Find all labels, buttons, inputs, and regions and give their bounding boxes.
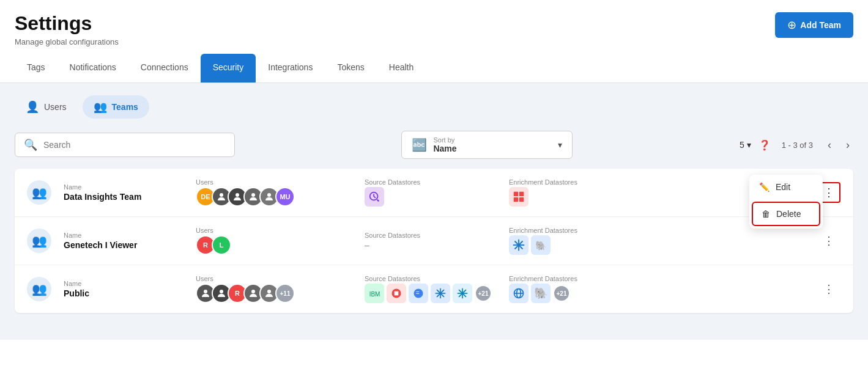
tab-health[interactable]: Health xyxy=(377,54,426,82)
svg-text:IBM: IBM xyxy=(369,291,380,298)
source-ds-stop xyxy=(387,284,406,303)
svg-point-2 xyxy=(251,193,255,197)
users-col: Users R L xyxy=(196,227,355,255)
enrich-ds-overflow: +21 xyxy=(553,285,570,302)
enrich-ds-col: Enrichment Datastores 🐘 +21 xyxy=(509,275,807,303)
action-col: ⋮ xyxy=(817,232,841,250)
source-ds-label: Source Datastores xyxy=(365,232,499,239)
source-ds-ibm: IBM xyxy=(365,284,384,303)
search-box[interactable]: 🔍 xyxy=(15,133,235,157)
enrich-ds-col: Enrichment Datastores 🐘 xyxy=(509,227,807,255)
source-ds-equal: = xyxy=(409,284,428,303)
source-ds-label: Source Datastores xyxy=(365,178,499,186)
svg-rect-5 xyxy=(514,192,518,196)
prev-page-button[interactable]: ‹ xyxy=(824,138,835,153)
sort-dropdown[interactable]: 🔤 Sort by Name ▾ xyxy=(401,131,573,159)
team-name: Public xyxy=(64,288,186,298)
sort-chevron-icon: ▾ xyxy=(558,140,562,150)
svg-point-1 xyxy=(236,193,239,197)
avatar: L xyxy=(212,235,231,255)
name-label: Name xyxy=(64,183,186,191)
tab-integrations[interactable]: Integrations xyxy=(256,54,325,82)
sort-az-icon: 🔤 xyxy=(412,138,427,152)
tab-connections[interactable]: Connections xyxy=(128,54,201,82)
page-title: Settings xyxy=(15,12,119,35)
svg-rect-7 xyxy=(514,197,518,202)
source-ds-col: Source Datastores – xyxy=(365,232,499,250)
enrich-ds-icon xyxy=(509,187,529,207)
page-subtitle: Manage global configurations xyxy=(15,37,119,46)
sort-by-label: Sort by xyxy=(433,136,456,144)
table-row: 👥 Name Public Users R xyxy=(15,265,853,313)
svg-point-15 xyxy=(220,290,223,293)
plus-icon: ⊕ xyxy=(787,18,796,32)
sort-value: Name xyxy=(433,144,456,153)
users-toggle-button[interactable]: 👤 Users xyxy=(15,95,78,119)
svg-rect-8 xyxy=(519,197,524,202)
enrich-ds-elephant: 🐘 xyxy=(531,284,551,303)
help-icon[interactable]: ❓ xyxy=(759,139,771,151)
per-page-chevron: ▾ xyxy=(747,140,751,150)
delete-menu-item[interactable]: 🗑 Delete → xyxy=(752,202,820,226)
source-ds-col: Source Datastores IBM = xyxy=(365,275,499,303)
team-icon-col: 👥 xyxy=(27,229,54,253)
context-menu: ✏️ Edit 🗑 Delete → xyxy=(749,175,823,229)
source-ds-snowflake xyxy=(431,284,450,303)
svg-point-0 xyxy=(220,193,223,197)
teams-icon: 👥 xyxy=(94,100,107,114)
tabs-nav: Tags Notifications Connections Security … xyxy=(0,54,868,83)
users-col: Users DE MU xyxy=(196,178,355,207)
source-ds-icon xyxy=(365,187,384,207)
svg-rect-6 xyxy=(519,192,524,196)
source-ds-overflow: +21 xyxy=(475,285,492,302)
per-page-selector[interactable]: 5 ▾ xyxy=(740,140,751,150)
user-icon: 👤 xyxy=(26,100,39,114)
name-label: Name xyxy=(64,280,186,287)
users-label: Users xyxy=(196,178,355,186)
team-icon-col: 👥 xyxy=(27,277,54,301)
teams-toolbar: 🔍 🔤 Sort by Name ▾ 5 ▾ ❓ 1 - 3 of 3 ‹ › xyxy=(15,131,853,159)
team-info: Name Public xyxy=(64,280,186,298)
table-row: 👥 Name Data Insights Team Users DE xyxy=(15,169,853,217)
svg-point-17 xyxy=(267,290,271,293)
no-source-ds: – xyxy=(365,240,369,250)
enrich-ds-icon-snowflake xyxy=(509,235,529,255)
team-info: Name Genetech I Viewer xyxy=(64,232,186,250)
users-label: Users xyxy=(196,275,355,282)
tab-tokens[interactable]: Tokens xyxy=(325,54,376,82)
tab-tags[interactable]: Tags xyxy=(15,54,57,82)
edit-icon: ✏️ xyxy=(759,182,770,192)
svg-text:🐘: 🐘 xyxy=(535,240,547,251)
svg-rect-20 xyxy=(395,292,399,296)
source-ds-snowflake2 xyxy=(453,284,472,303)
delete-icon: 🗑 xyxy=(762,209,770,219)
users-col: Users R +11 xyxy=(196,275,355,303)
page-header: Settings Manage global configurations ⊕ … xyxy=(0,0,868,83)
users-label: Users xyxy=(196,227,355,234)
add-team-button[interactable]: ⊕ Add Team xyxy=(775,12,853,38)
next-page-button[interactable]: › xyxy=(842,138,853,153)
svg-text:=: = xyxy=(416,290,420,296)
user-avatars: R L xyxy=(196,235,355,255)
tab-notifications[interactable]: Notifications xyxy=(57,54,128,82)
enrich-ds-globe xyxy=(509,284,529,303)
pagination-info: 1 - 3 of 3 xyxy=(782,141,813,150)
team-avatar: 👥 xyxy=(27,229,51,253)
team-name: Genetech I Viewer xyxy=(64,240,186,250)
three-dots-menu-button[interactable]: ⋮ xyxy=(818,280,839,298)
team-name: Data Insights Team xyxy=(64,192,186,202)
action-col: ⋮ xyxy=(817,280,841,298)
search-input[interactable] xyxy=(43,140,226,150)
edit-menu-item[interactable]: ✏️ Edit xyxy=(749,175,823,199)
team-info: Name Data Insights Team xyxy=(64,183,186,202)
teams-toggle-button[interactable]: 👥 Teams xyxy=(83,95,149,119)
three-dots-menu-button[interactable]: ⋮ xyxy=(818,232,839,250)
team-avatar: 👥 xyxy=(27,180,51,205)
user-teams-toggle: 👤 Users 👥 Teams xyxy=(15,95,853,119)
security-content: 👤 Users 👥 Teams 🔍 🔤 Sort by Name ▾ 5 ▾ xyxy=(0,83,868,340)
avatar: MU xyxy=(275,187,295,207)
tab-security[interactable]: Security xyxy=(201,54,256,82)
user-avatars: DE MU xyxy=(196,187,355,207)
source-ds-label: Source Datastores xyxy=(365,275,499,282)
toolbar-right: 5 ▾ ❓ 1 - 3 of 3 ‹ › xyxy=(740,138,853,153)
